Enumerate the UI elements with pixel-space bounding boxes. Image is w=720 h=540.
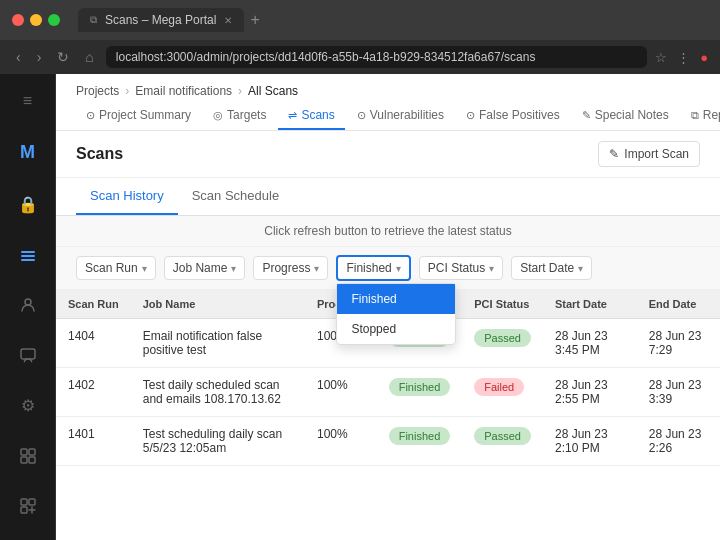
cell-scan-run: 1402 — [56, 368, 131, 417]
traffic-lights — [12, 14, 60, 26]
progress-chevron-icon: ▾ — [314, 263, 319, 274]
minimize-button[interactable] — [30, 14, 42, 26]
cell-pci-status: Passed — [462, 417, 543, 466]
home-button[interactable]: ⌂ — [81, 47, 97, 67]
svg-rect-9 — [21, 499, 27, 505]
back-button[interactable]: ‹ — [12, 47, 25, 67]
nav-tabs: ⊙ Project Summary ◎ Targets ⇌ Scans ⊙ Vu… — [56, 98, 720, 130]
special-notes-label: Special Notes — [595, 108, 669, 122]
browser-tab[interactable]: ⧉ Scans – Mega Portal ✕ — [78, 8, 244, 32]
tab-area: ⧉ Scans – Mega Portal ✕ + — [78, 8, 708, 32]
cell-end-date: 28 Jun 23 7:29 — [637, 319, 720, 368]
special-notes-icon: ✎ — [582, 109, 591, 122]
status-dropdown[interactable]: Finished Stopped — [336, 283, 456, 345]
app-container: ≡ M 🔒 ⚙ — [0, 74, 720, 540]
reports-label: Reports — [703, 108, 720, 122]
browser-chrome: ⧉ Scans – Mega Portal ✕ + ‹ › ↻ ⌂ ☆ ⋮ ● — [0, 0, 720, 74]
start-date-filter[interactable]: Start Date ▾ — [511, 256, 592, 280]
svg-point-3 — [25, 299, 31, 305]
scans-icon: ⇌ — [288, 109, 297, 122]
tab-targets[interactable]: ◎ Targets — [203, 102, 276, 130]
breadcrumb-projects[interactable]: Projects — [76, 84, 119, 98]
dropdown-item-stopped[interactable]: Stopped — [337, 314, 455, 344]
tab-project-summary[interactable]: ⊙ Project Summary — [76, 102, 201, 130]
tab-favicon: ⧉ — [90, 14, 97, 26]
browser-addressbar: ‹ › ↻ ⌂ ☆ ⋮ ● — [0, 40, 720, 74]
breadcrumb-current: All Scans — [248, 84, 298, 98]
cell-scan-run: 1404 — [56, 319, 131, 368]
sidebar: ≡ M 🔒 ⚙ — [0, 74, 56, 540]
import-scan-button[interactable]: ✎ Import Scan — [598, 141, 700, 167]
pci-status-filter-label: PCI Status — [428, 261, 485, 275]
address-bar[interactable] — [106, 46, 647, 68]
cell-job-name: Email notification false positive test — [131, 319, 305, 368]
tab-vulnerabilities[interactable]: ⊙ Vulnerabilities — [347, 102, 454, 130]
sidebar-grid-icon[interactable] — [13, 441, 43, 471]
extension-icon[interactable]: ● — [700, 50, 708, 65]
breadcrumb-email-notifications[interactable]: Email notifications — [135, 84, 232, 98]
sidebar-shield-icon[interactable]: 🔒 — [12, 189, 44, 220]
col-end-date: End Date — [637, 290, 720, 319]
pci-status-chevron-icon: ▾ — [489, 263, 494, 274]
start-date-chevron-icon: ▾ — [578, 263, 583, 274]
tab-close-icon[interactable]: ✕ — [224, 15, 232, 26]
cell-status: Finished — [377, 417, 463, 466]
svg-rect-5 — [21, 449, 27, 455]
forward-button[interactable]: › — [33, 47, 46, 67]
scans-label: Scans — [301, 108, 334, 122]
maximize-button[interactable] — [48, 14, 60, 26]
tab-false-positives[interactable]: ⊙ False Positives — [456, 102, 570, 130]
tab-scans[interactable]: ⇌ Scans — [278, 102, 344, 130]
content-area: Scan History Scan Schedule Click refresh… — [56, 178, 720, 540]
page-header: Scans ✎ Import Scan — [56, 131, 720, 178]
browser-toolbar: ☆ ⋮ ● — [655, 50, 708, 65]
tab-scan-schedule[interactable]: Scan Schedule — [178, 178, 293, 215]
sidebar-users-icon[interactable] — [13, 290, 43, 320]
reports-icon: ⧉ — [691, 109, 699, 122]
project-summary-icon: ⊙ — [86, 109, 95, 122]
scan-run-filter[interactable]: Scan Run ▾ — [76, 256, 156, 280]
svg-rect-0 — [21, 251, 35, 253]
false-positives-label: False Positives — [479, 108, 560, 122]
job-name-filter[interactable]: Job Name ▾ — [164, 256, 246, 280]
cell-progress: 100% — [305, 417, 377, 466]
tab-reports[interactable]: ⧉ Reports — [681, 102, 720, 130]
close-button[interactable] — [12, 14, 24, 26]
progress-filter[interactable]: Progress ▾ — [253, 256, 328, 280]
tab-label: Scans – Mega Portal — [105, 13, 216, 27]
col-start-date: Start Date — [543, 290, 637, 319]
new-tab-button[interactable]: + — [250, 11, 259, 29]
svg-rect-8 — [29, 457, 35, 463]
main-content: Projects › Email notifications › All Sca… — [56, 74, 720, 540]
status-filter[interactable]: Finished ▾ — [336, 255, 410, 281]
col-pci-status: PCI Status — [462, 290, 543, 319]
breadcrumb-sep-1: › — [125, 84, 129, 98]
sidebar-settings-icon[interactable]: ⚙ — [15, 390, 41, 421]
scan-schedule-label: Scan Schedule — [192, 188, 279, 203]
cell-status: Finished — [377, 368, 463, 417]
svg-rect-10 — [29, 499, 35, 505]
tab-special-notes[interactable]: ✎ Special Notes — [572, 102, 679, 130]
col-job-name: Job Name — [131, 290, 305, 319]
reload-button[interactable]: ↻ — [53, 47, 73, 67]
refresh-notice: Click refresh button to retrieve the lat… — [56, 216, 720, 247]
project-summary-label: Project Summary — [99, 108, 191, 122]
breadcrumb: Projects › Email notifications › All Sca… — [56, 74, 720, 98]
import-icon: ✎ — [609, 147, 619, 161]
dropdown-item-finished[interactable]: Finished — [337, 284, 455, 314]
table-row[interactable]: 1401 Test scheduling daily scan 5/5/23 1… — [56, 417, 720, 466]
sidebar-scan-icon[interactable] — [13, 491, 43, 521]
job-name-chevron-icon: ▾ — [231, 263, 236, 274]
sidebar-chat-icon[interactable] — [13, 340, 43, 370]
status-filter-container: Finished ▾ Finished Stopped — [336, 255, 410, 281]
tab-scan-history[interactable]: Scan History — [76, 178, 178, 215]
pci-status-filter[interactable]: PCI Status ▾ — [419, 256, 503, 280]
settings-icon[interactable]: ⋮ — [677, 50, 690, 65]
job-name-filter-label: Job Name — [173, 261, 228, 275]
sidebar-menu-icon[interactable]: ≡ — [17, 86, 38, 116]
cell-scan-run: 1401 — [56, 417, 131, 466]
bookmark-icon[interactable]: ☆ — [655, 50, 667, 65]
table-row[interactable]: 1402 Test daily scheduled scan and email… — [56, 368, 720, 417]
sidebar-layers-icon[interactable] — [13, 240, 43, 270]
svg-rect-7 — [21, 457, 27, 463]
